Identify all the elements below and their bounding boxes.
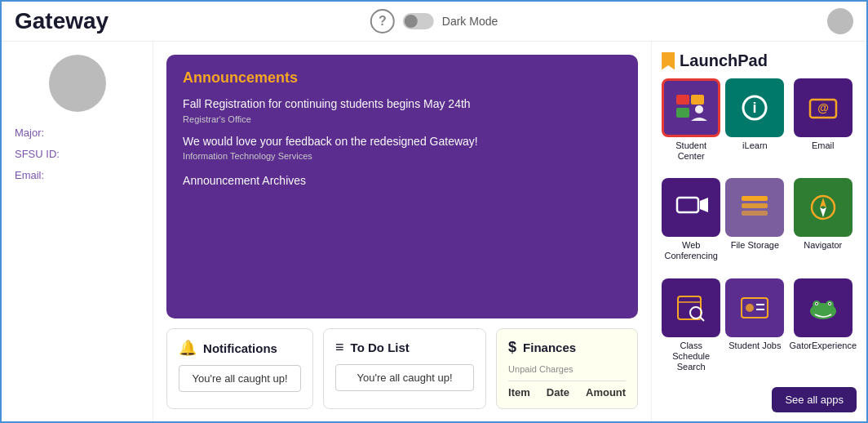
svg-point-21 <box>746 304 754 312</box>
web-conferencing-label: Web Conferencing <box>662 240 720 261</box>
class-schedule-icon-box <box>662 278 720 337</box>
student-jobs-icon-box <box>725 278 784 337</box>
major-item: Major: <box>15 125 44 140</box>
file-storage-svg <box>737 189 773 225</box>
app-navigator[interactable]: Navigator <box>789 178 857 273</box>
toggle-knob <box>405 15 418 28</box>
header-user-avatar[interactable] <box>827 8 853 34</box>
svg-rect-10 <box>742 196 768 201</box>
dollar-icon: $ <box>508 339 516 356</box>
announcement-source-2: Information Technology Services <box>183 151 622 161</box>
launchpad-header: LaunchPad <box>662 51 857 70</box>
apps-grid: Student Center i iLearn @ <box>662 78 857 384</box>
navigator-icon-box <box>794 178 852 237</box>
email-label: Email <box>812 140 835 151</box>
notifications-caught-up: You're all caught up! <box>179 365 301 392</box>
announcement-source-1: Registrar's Office <box>183 114 622 124</box>
unpaid-charges-label: Unpaid Charges <box>508 364 626 374</box>
col-item: Item <box>508 386 530 399</box>
help-icon[interactable]: ? <box>370 9 395 33</box>
svg-rect-11 <box>742 203 768 208</box>
announcements-title: Announcements <box>183 69 622 87</box>
todo-caught-up: You're all caught up! <box>335 364 474 391</box>
notifications-title: 🔔 Notifications <box>179 339 301 357</box>
ilearn-icon-box: i <box>725 78 784 137</box>
bottom-widgets-row: 🔔 Notifications You're all caught up! ≡ … <box>166 328 638 409</box>
todo-widget: ≡ To Do List You're all caught up! <box>323 328 486 409</box>
right-panel-launchpad: LaunchPad Student Center <box>651 42 866 422</box>
left-panel: Major: SFSU ID: Email: <box>2 42 153 422</box>
svg-rect-12 <box>742 211 768 216</box>
gator-experience-svg <box>805 290 841 326</box>
class-schedule-svg <box>673 290 709 326</box>
ilearn-label: iLearn <box>742 140 768 151</box>
major-label: Major: <box>15 127 44 139</box>
list-icon: ≡ <box>335 339 344 356</box>
todo-title: ≡ To Do List <box>335 339 474 356</box>
student-center-icon-box <box>662 78 720 137</box>
app-student-jobs[interactable]: Student Jobs <box>725 278 784 384</box>
email-icon-box: @ <box>794 78 852 137</box>
dark-mode-label: Dark Mode <box>442 15 498 28</box>
svg-point-30 <box>829 303 830 305</box>
gator-experience-icon-box <box>794 278 852 337</box>
svg-text:i: i <box>753 100 757 116</box>
bell-icon: 🔔 <box>179 339 197 357</box>
file-storage-label: File Storage <box>731 240 779 251</box>
app-web-conferencing[interactable]: Web Conferencing <box>662 178 720 273</box>
sfsu-id-item: SFSU ID: <box>15 146 60 161</box>
svg-point-29 <box>816 303 817 305</box>
app-student-center[interactable]: Student Center <box>662 78 720 173</box>
finances-title: $ Finances <box>508 339 626 356</box>
announcement-item-2: We would love your feedback on the redes… <box>183 134 622 162</box>
student-jobs-svg <box>737 290 773 326</box>
student-center-svg <box>673 90 709 126</box>
svg-marker-9 <box>700 198 708 212</box>
bookmark-icon <box>662 52 675 70</box>
class-schedule-label: Class Schedule Search <box>662 341 720 373</box>
announcement-archives-link[interactable]: Announcement Archives <box>183 174 306 187</box>
svg-rect-8 <box>677 198 698 212</box>
svg-text:@: @ <box>817 101 829 114</box>
email-item: Email: <box>15 167 44 182</box>
announcement-item-1: Fall Registration for continuing student… <box>183 96 622 124</box>
svg-rect-1 <box>691 95 704 105</box>
main-content: Major: SFSU ID: Email: Announcements Fal… <box>2 42 866 422</box>
navigator-svg <box>805 189 841 225</box>
notifications-widget: 🔔 Notifications You're all caught up! <box>166 328 313 409</box>
web-conferencing-svg <box>673 189 709 225</box>
user-avatar <box>49 55 106 112</box>
gator-experience-label: GatorExperience <box>789 341 857 351</box>
svg-marker-15 <box>820 207 826 217</box>
announcement-text-1: Fall Registration for continuing student… <box>183 96 622 113</box>
svg-point-18 <box>690 307 702 318</box>
app-gator-experience[interactable]: GatorExperience <box>789 278 857 384</box>
svg-rect-20 <box>742 298 768 318</box>
app-class-schedule-search[interactable]: Class Schedule Search <box>662 278 720 384</box>
col-date: Date <box>547 386 569 399</box>
gateway-title: Gateway <box>15 8 108 34</box>
student-jobs-label: Student Jobs <box>728 341 781 351</box>
col-amount: Amount <box>586 386 626 399</box>
svg-marker-14 <box>820 198 826 207</box>
announcements-card: Announcements Fall Registration for cont… <box>166 55 638 318</box>
app-email[interactable]: @ Email <box>789 78 857 173</box>
sfsu-id-label: SFSU ID: <box>15 148 60 160</box>
ilearn-svg: i <box>737 90 773 126</box>
svg-rect-0 <box>676 95 689 105</box>
finances-table-header: Item Date Amount <box>508 381 626 399</box>
app-file-storage[interactable]: File Storage <box>725 178 784 273</box>
header-center-controls: ? Dark Mode <box>370 9 498 33</box>
see-all-apps-button[interactable]: See all apps <box>772 387 857 412</box>
student-center-label: Student Center <box>662 140 720 162</box>
navigator-label: Navigator <box>804 240 842 251</box>
center-panel: Announcements Fall Registration for cont… <box>153 42 651 422</box>
dark-mode-toggle[interactable] <box>403 13 434 29</box>
app-ilearn[interactable]: i iLearn <box>725 78 784 173</box>
svg-point-3 <box>695 105 703 114</box>
announcement-text-2: We would love your feedback on the redes… <box>183 134 622 150</box>
header: Gateway ? Dark Mode <box>2 2 866 42</box>
email-label: Email: <box>15 169 44 181</box>
svg-rect-2 <box>676 108 689 118</box>
finances-widget: $ Finances Unpaid Charges Item Date Amou… <box>496 328 638 409</box>
